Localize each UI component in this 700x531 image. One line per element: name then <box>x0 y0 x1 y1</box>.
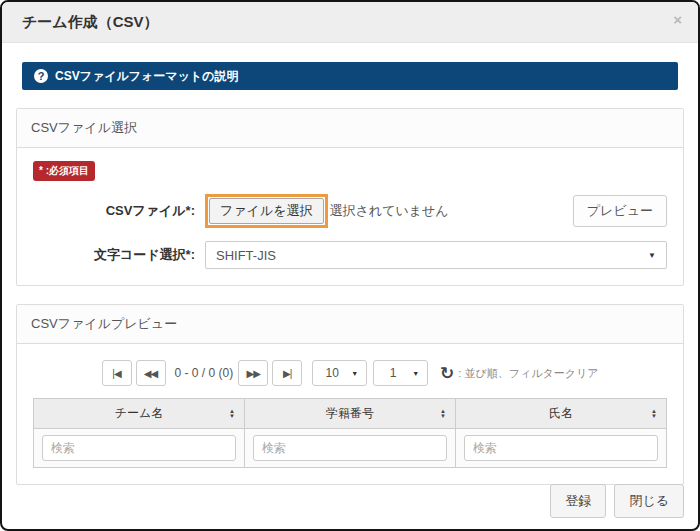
help-icon: ? <box>34 69 48 83</box>
prev-page-button[interactable]: ◀◀ <box>136 360 166 386</box>
column-header-team-name[interactable]: チーム名 ▲▼ <box>34 399 245 429</box>
preview-table: チーム名 ▲▼ 学籍番号 ▲▼ 氏名 ▲▼ <box>33 398 667 468</box>
page-size-select[interactable]: 10 ▼ <box>312 360 367 386</box>
student-id-filter-input[interactable] <box>253 435 447 461</box>
chevron-down-icon: ▼ <box>351 370 358 377</box>
csv-file-select-panel-title: CSVファイル選択 <box>17 109 683 148</box>
next-page-button[interactable]: ▶▶ <box>238 360 268 386</box>
csv-format-help-bar[interactable]: ? CSVファイルフォーマットの説明 <box>22 62 678 90</box>
full-name-filter-input[interactable] <box>464 435 658 461</box>
column-header-student-id[interactable]: 学籍番号 ▲▼ <box>245 399 456 429</box>
column-header-full-name[interactable]: 氏名 ▲▼ <box>456 399 667 429</box>
sort-icon: ▲▼ <box>229 409 235 419</box>
chevron-down-icon: ▼ <box>648 251 656 260</box>
filter-cell-team-name <box>34 429 245 468</box>
csv-format-help-label: CSVファイルフォーマットの説明 <box>55 68 239 85</box>
refresh-hint-text: : 並び順、フィルタークリア <box>458 366 598 381</box>
sort-icon: ▲▼ <box>651 409 657 419</box>
csv-file-select-panel: CSVファイル選択 * :必須項目 CSVファイル*: ファイルを選択 選択され… <box>16 108 684 286</box>
filter-cell-full-name <box>456 429 667 468</box>
file-selection-status: 選択されていません <box>330 202 449 220</box>
first-page-button[interactable]: |◀ <box>102 360 132 386</box>
csv-preview-panel-title: CSVファイルプレビュー <box>17 305 683 344</box>
team-create-csv-dialog: チーム作成（CSV） × ? CSVファイルフォーマットの説明 CSVファイル選… <box>0 0 700 531</box>
choose-file-button[interactable]: ファイルを選択 <box>209 198 324 224</box>
record-range-info: 0 - 0 / 0 (0) <box>175 366 234 380</box>
close-button[interactable]: 閉じる <box>614 484 684 518</box>
required-badge: * :必須項目 <box>33 161 95 181</box>
csv-preview-panel: CSVファイルプレビュー |◀ ◀◀ 0 - 0 / 0 (0) ▶▶ ▶| 1… <box>16 304 684 485</box>
encoding-label: 文字コード選択*: <box>33 246 205 264</box>
dialog-title: チーム作成（CSV） <box>22 13 159 32</box>
sort-icon: ▲▼ <box>440 409 446 419</box>
dialog-header: チーム作成（CSV） <box>2 2 698 43</box>
filter-cell-student-id <box>245 429 456 468</box>
dialog-footer: 登録 閉じる <box>550 484 684 518</box>
page-size-value: 10 <box>321 366 343 380</box>
preview-button[interactable]: プレビュー <box>573 195 667 227</box>
team-name-filter-input[interactable] <box>42 435 236 461</box>
register-button[interactable]: 登録 <box>550 484 606 518</box>
csv-preview-panel-body: |◀ ◀◀ 0 - 0 / 0 (0) ▶▶ ▶| 10 ▼ 1 ▼ ↻ : 並… <box>17 344 683 484</box>
encoding-row: 文字コード選択*: SHIFT-JIS ▼ <box>33 241 667 269</box>
csv-file-select-panel-body: * :必須項目 CSVファイル*: ファイルを選択 選択されていません プレビュ… <box>17 148 683 285</box>
page-number-select[interactable]: 1 ▼ <box>373 360 428 386</box>
last-page-button[interactable]: ▶| <box>272 360 302 386</box>
close-icon[interactable]: × <box>673 12 682 27</box>
refresh-icon[interactable]: ↻ <box>440 365 454 382</box>
pager: |◀ ◀◀ 0 - 0 / 0 (0) ▶▶ ▶| 10 ▼ 1 ▼ ↻ : 並… <box>33 360 667 386</box>
encoding-select[interactable]: SHIFT-JIS ▼ <box>205 241 667 269</box>
csv-file-label: CSVファイル*: <box>33 202 205 220</box>
page-number-value: 1 <box>382 366 404 380</box>
csv-file-row: CSVファイル*: ファイルを選択 選択されていません プレビュー <box>33 194 667 228</box>
file-input-focus-outline: ファイルを選択 <box>205 194 328 228</box>
chevron-down-icon: ▼ <box>412 370 419 377</box>
encoding-selected-value: SHIFT-JIS <box>216 248 276 263</box>
